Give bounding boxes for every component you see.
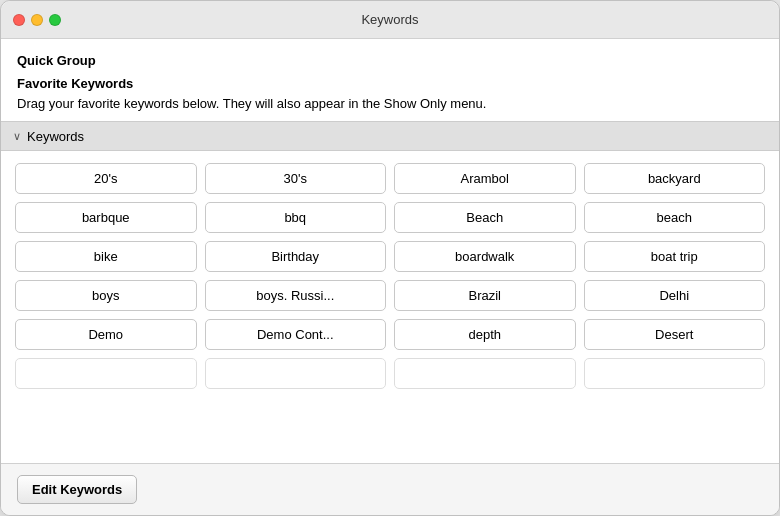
keyword-partial-2[interactable]	[205, 358, 387, 389]
keyword-delhi[interactable]: Delhi	[584, 280, 766, 311]
keyword-partial-3[interactable]	[394, 358, 576, 389]
keyword-bbq[interactable]: bbq	[205, 202, 387, 233]
keywords-section-header[interactable]: ∨ Keywords	[1, 121, 779, 151]
keyword-demo-cont[interactable]: Demo Cont...	[205, 319, 387, 350]
titlebar: Keywords	[1, 1, 779, 39]
keyword-barbque[interactable]: barbque	[15, 202, 197, 233]
keyword-birthday[interactable]: Birthday	[205, 241, 387, 272]
keyword-boys-russi[interactable]: boys. Russi...	[205, 280, 387, 311]
minimize-button[interactable]	[31, 14, 43, 26]
keywords-window: Keywords Quick Group Favorite Keywords D…	[0, 0, 780, 516]
keyword-20s[interactable]: 20's	[15, 163, 197, 194]
keyword-boardwalk[interactable]: boardwalk	[394, 241, 576, 272]
keyword-boys[interactable]: boys	[15, 280, 197, 311]
favorite-keywords-description: Drag your favorite keywords below. They …	[17, 95, 763, 113]
favorite-keywords-title: Favorite Keywords	[17, 76, 763, 91]
keyword-partial-1[interactable]	[15, 358, 197, 389]
keyword-beach[interactable]: beach	[584, 202, 766, 233]
footer: Edit Keywords	[1, 463, 779, 515]
keyword-boat-trip[interactable]: boat trip	[584, 241, 766, 272]
main-content: Quick Group Favorite Keywords Drag your …	[1, 39, 779, 463]
chevron-down-icon: ∨	[13, 130, 21, 143]
keyword-30s[interactable]: 30's	[205, 163, 387, 194]
window-title: Keywords	[361, 12, 418, 27]
keyword-brazil[interactable]: Brazil	[394, 280, 576, 311]
keywords-section-label: Keywords	[27, 129, 84, 144]
keyword-desert[interactable]: Desert	[584, 319, 766, 350]
keyword-depth[interactable]: depth	[394, 319, 576, 350]
keywords-grid: 20's 30's Arambol backyard barbque bbq B…	[1, 151, 779, 463]
keyword-arambol[interactable]: Arambol	[394, 163, 576, 194]
maximize-button[interactable]	[49, 14, 61, 26]
quick-group-title: Quick Group	[17, 53, 763, 68]
quick-group-section: Quick Group Favorite Keywords Drag your …	[1, 39, 779, 121]
keyword-bike[interactable]: bike	[15, 241, 197, 272]
keywords-section: ∨ Keywords 20's 30's Arambol backyard ba…	[1, 121, 779, 463]
traffic-lights	[13, 14, 61, 26]
keyword-backyard[interactable]: backyard	[584, 163, 766, 194]
keyword-beach-cap[interactable]: Beach	[394, 202, 576, 233]
close-button[interactable]	[13, 14, 25, 26]
keyword-demo[interactable]: Demo	[15, 319, 197, 350]
keyword-partial-4[interactable]	[584, 358, 766, 389]
edit-keywords-button[interactable]: Edit Keywords	[17, 475, 137, 504]
